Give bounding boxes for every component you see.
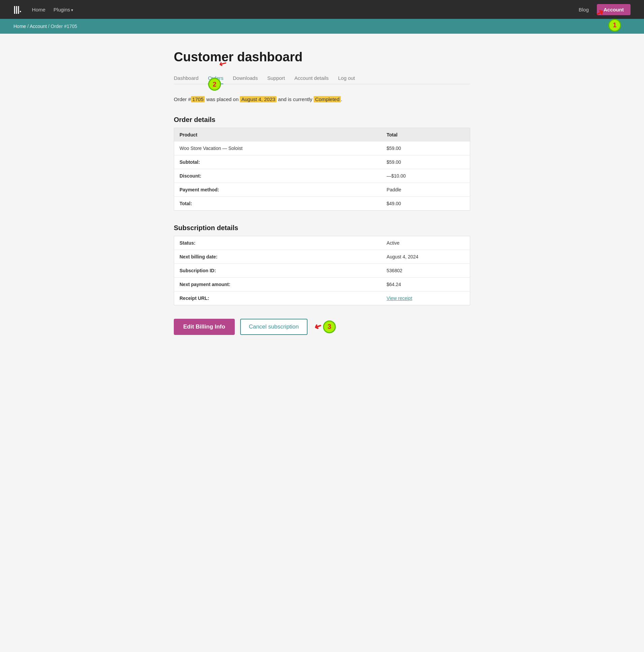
next-payment-label: Next payment amount:	[174, 277, 381, 291]
view-receipt-link[interactable]: View receipt	[387, 296, 412, 301]
table-row: Woo Store Vacation — Soloist $59.00	[174, 141, 470, 155]
table-row: Subscription ID: 536802	[174, 264, 470, 277]
breadcrumb-order: Order #1705	[51, 24, 78, 29]
table-row: Next payment amount: $64.24	[174, 277, 470, 291]
top-navigation: |||. Home Plugins Blog Account ➜ 1	[0, 0, 644, 19]
subtotal-value: $59.00	[381, 155, 470, 169]
subscription-details-table: Status: Active Next billing date: August…	[174, 236, 470, 305]
page-title: Customer dashboard	[174, 50, 470, 64]
nav-plugins[interactable]: Plugins	[54, 7, 74, 12]
total-label: Total:	[174, 196, 381, 210]
discount-value: —$10.00	[381, 169, 470, 183]
subscription-id-value: 536802	[381, 264, 470, 277]
logo[interactable]: |||.	[13, 5, 21, 14]
tab-support[interactable]: Support	[267, 75, 285, 84]
action-buttons: Edit Billing Info Cancel subscription ➜ …	[174, 319, 470, 335]
cancel-subscription-button[interactable]: Cancel subscription	[240, 319, 308, 335]
receipt-url-label: Receipt URL:	[174, 291, 381, 305]
status-value: Active	[381, 236, 470, 250]
logo-text: |||.	[13, 5, 21, 14]
tab-dashboard[interactable]: Dashboard	[174, 75, 198, 84]
order-details-title: Order details	[174, 116, 470, 124]
product-total: $59.00	[381, 141, 470, 155]
nav-home[interactable]: Home	[32, 7, 46, 12]
next-billing-label: Next billing date:	[174, 250, 381, 264]
annotation-badge-1: 1	[608, 19, 621, 32]
payment-method-label: Payment method:	[174, 183, 381, 196]
payment-method-value: Paddle	[381, 183, 470, 196]
edit-billing-button[interactable]: Edit Billing Info	[174, 319, 235, 335]
annotation-arrow-3: ➜	[313, 321, 323, 333]
breadcrumb-account[interactable]: Account	[30, 24, 47, 29]
col-header-product: Product	[174, 128, 381, 141]
order-period: .	[341, 97, 342, 102]
subscription-details-title: Subscription details	[174, 224, 470, 232]
tab-account-details[interactable]: Account details	[295, 75, 329, 84]
col-header-total: Total	[381, 128, 470, 141]
nav-left: |||. Home Plugins	[13, 5, 73, 14]
order-details-table: Product Total Woo Store Vacation — Soloi…	[174, 128, 470, 211]
main-content: Customer dashboard ↙ Dashboard Orders Do…	[160, 34, 484, 362]
order-prefix: Order #	[174, 97, 191, 102]
subscription-id-label: Subscription ID:	[174, 264, 381, 277]
annotation-badge-2: 2	[208, 78, 221, 91]
order-status: Completed	[314, 96, 341, 103]
discount-label: Discount:	[174, 169, 381, 183]
total-value: $49.00	[381, 196, 470, 210]
table-row: Payment method: Paddle	[174, 183, 470, 196]
table-row: Subtotal: $59.00	[174, 155, 470, 169]
subtotal-label: Subtotal:	[174, 155, 381, 169]
table-row: Total: $49.00	[174, 196, 470, 210]
nav-right: Blog Account ➜ 1	[579, 4, 631, 15]
next-billing-value: August 4, 2024	[381, 250, 470, 264]
nav-blog-link[interactable]: Blog	[579, 7, 589, 12]
table-row: Receipt URL: View receipt	[174, 291, 470, 305]
table-row: Status: Active	[174, 236, 470, 250]
nav-links: Home Plugins	[32, 7, 74, 12]
breadcrumb-bar: Home / Account / Order #1705	[0, 19, 644, 34]
product-name: Woo Store Vacation — Soloist	[174, 141, 381, 155]
order-suffix-text: and is currently	[278, 97, 313, 102]
tabs-wrapper: ↙ Dashboard Orders Downloads Support Acc…	[174, 75, 470, 84]
annotation-3-container: ➜ 3	[313, 321, 336, 333]
order-number: 1705	[191, 96, 205, 103]
order-summary-text: Order #1705 was placed on August 4, 2023…	[174, 95, 470, 104]
receipt-url-value: View receipt	[381, 291, 470, 305]
table-row: Next billing date: August 4, 2024	[174, 250, 470, 264]
annotation-arrow-2-container: ↙	[219, 58, 227, 69]
breadcrumb-sep-2: /	[48, 24, 51, 29]
annotation-badge-3: 3	[323, 321, 336, 333]
next-payment-value: $64.24	[381, 277, 470, 291]
breadcrumb-home[interactable]: Home	[13, 24, 26, 29]
order-date: August 4, 2023	[240, 96, 277, 103]
status-label: Status:	[174, 236, 381, 250]
order-mid: was placed on	[206, 97, 239, 102]
table-row: Discount: —$10.00	[174, 169, 470, 183]
tab-downloads[interactable]: Downloads	[233, 75, 258, 84]
tab-logout[interactable]: Log out	[338, 75, 355, 84]
